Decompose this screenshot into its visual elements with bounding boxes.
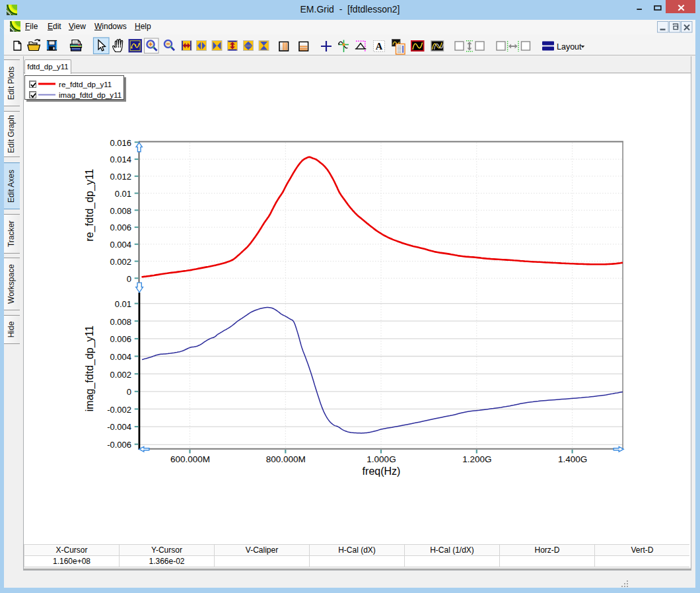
svg-text:-0.002: -0.002 [107,405,131,415]
svg-text:-0.006: -0.006 [107,440,131,450]
svg-text:Layout: Layout [557,42,582,52]
svg-text:0.014: 0.014 [110,155,131,164]
svg-text:800.000M: 800.000M [266,454,306,464]
svg-text:0.002: 0.002 [110,370,131,380]
svg-text:0.012: 0.012 [110,172,131,182]
svg-text:0: 0 [127,274,131,284]
svg-text:-0.004: -0.004 [107,422,131,432]
svg-text:1.200G: 1.200G [462,454,491,464]
svg-text:freq(Hz): freq(Hz) [363,466,401,477]
svg-text:0.01: 0.01 [115,299,131,309]
svg-text:0.006: 0.006 [110,223,131,232]
svg-text:600.000M: 600.000M [170,454,210,464]
svg-text:1.400G: 1.400G [558,454,587,464]
svg-text:0.002: 0.002 [110,257,131,267]
svg-text:0.016: 0.016 [110,138,131,148]
svg-text:re_fdtd_dp_y11: re_fdtd_dp_y11 [84,168,96,241]
svg-text:0.008: 0.008 [110,317,131,327]
svg-text:0: 0 [127,387,131,397]
svg-text:A: A [376,41,383,52]
svg-text:0.006: 0.006 [110,334,131,344]
svg-text:0.01: 0.01 [115,189,131,199]
svg-text:0.004: 0.004 [110,352,131,362]
svg-text:0.008: 0.008 [110,206,131,216]
svg-text:1.000G: 1.000G [367,454,396,464]
svg-text:imag_fdtd_dp_y11: imag_fdtd_dp_y11 [84,326,96,412]
svg-text:0.004: 0.004 [110,240,131,250]
